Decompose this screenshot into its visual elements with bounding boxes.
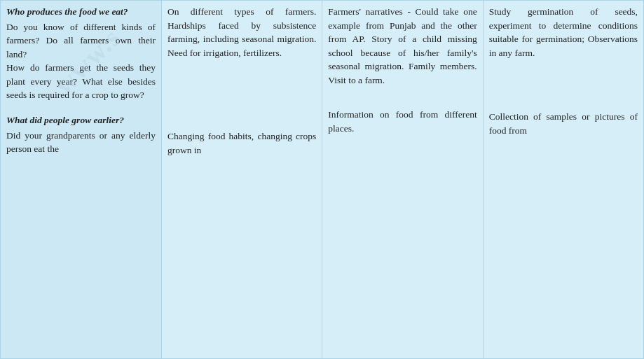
col2-gap4 xyxy=(167,90,316,100)
col1-cell: Who produces the food we eat? Do you kno… xyxy=(1,1,162,359)
col1-gap xyxy=(6,104,156,113)
col4-cell: Study germination of seeds, experiment t… xyxy=(483,1,643,359)
section1-title-col1: Who produces the food we eat? xyxy=(6,5,156,19)
section1-body-col1: Do you know of different kinds of farmer… xyxy=(6,20,156,102)
section2-body-col1: Did your grandparents or any elderly per… xyxy=(6,129,156,156)
section1-body-col4: Study germination of seeds, experiment t… xyxy=(489,5,638,59)
col3-gap xyxy=(328,88,477,98)
section1-body-col2: On different types of farmers. Hardships… xyxy=(167,5,316,59)
section1-body-col3: Farmers' narratives - Could take one exa… xyxy=(328,5,477,87)
col4-gap2 xyxy=(489,71,638,80)
col2-cell: On different types of farmers. Hardships… xyxy=(162,1,322,359)
col2-gap5 xyxy=(167,100,316,110)
col4-gap3 xyxy=(489,80,638,90)
col2-gap xyxy=(167,61,316,71)
col4-gap5 xyxy=(489,100,638,110)
col2-gap6 xyxy=(167,110,316,120)
col3-cell: Farmers' narratives - Could take one exa… xyxy=(322,1,483,359)
col4-gap xyxy=(489,61,638,71)
main-table: Who produces the food we eat? Do you kno… xyxy=(0,0,644,359)
col2-gap7 xyxy=(167,120,316,129)
section2-body-col2: Changing food habits, changing crops gro… xyxy=(167,129,316,157)
col2-gap3 xyxy=(167,80,316,90)
section2-title-col1: What did people grow earlier? xyxy=(6,113,156,127)
table-row: Who produces the food we eat? Do you kno… xyxy=(1,1,644,359)
col4-gap4 xyxy=(489,90,638,100)
col3-gap2 xyxy=(328,98,477,108)
col2-gap2 xyxy=(167,71,316,80)
section2-body-col3: Information on food from different place… xyxy=(328,108,477,135)
section2-body-col4: Collection of samples or pictures of foo… xyxy=(489,110,638,137)
